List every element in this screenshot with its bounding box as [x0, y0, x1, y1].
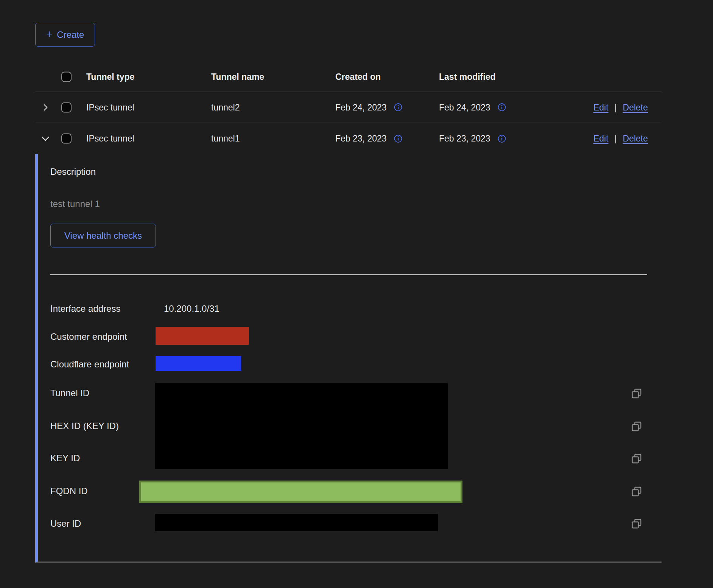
actions-separator: | — [615, 134, 617, 144]
tunnels-table: Tunnel type Tunnel name Created on Last … — [35, 62, 662, 154]
created-on-cell: Feb 23, 2023 — [335, 134, 403, 144]
header-created-on: Created on — [335, 72, 381, 82]
info-icon[interactable] — [394, 134, 403, 143]
delete-link[interactable]: Delete — [623, 134, 648, 144]
edit-link[interactable]: Edit — [593, 102, 609, 112]
copy-hex-id-button[interactable] — [630, 420, 643, 433]
select-all-checkbox[interactable] — [61, 72, 72, 82]
copy-icon — [630, 420, 643, 432]
copy-icon — [630, 387, 643, 400]
created-on-value: Feb 23, 2023 — [335, 134, 387, 144]
created-on-value: Feb 24, 2023 — [335, 102, 387, 112]
last-modified-cell: Feb 24, 2023 — [439, 102, 506, 112]
info-icon[interactable] — [497, 134, 506, 143]
edit-link[interactable]: Edit — [593, 134, 609, 144]
copy-icon — [630, 485, 643, 498]
view-health-checks-button[interactable]: View health checks — [50, 224, 156, 247]
header-last-modified: Last modified — [439, 72, 496, 82]
interface-address-value: 10.200.1.0/31 — [164, 303, 220, 314]
panel-divider — [50, 274, 647, 275]
description-value: test tunnel 1 — [50, 199, 100, 209]
header-tunnel-name: Tunnel name — [211, 72, 264, 82]
customer-endpoint-label: Customer endpoint — [50, 331, 127, 342]
copy-user-id-button[interactable] — [630, 517, 643, 530]
key-id-label: KEY ID — [50, 453, 80, 464]
tunnel-id-label: Tunnel ID — [50, 388, 89, 398]
collapse-row-button[interactable] — [40, 133, 51, 144]
customer-endpoint-redaction — [156, 327, 249, 345]
expand-row-button[interactable] — [40, 102, 51, 113]
cloudflare-endpoint-redaction — [156, 356, 241, 371]
expanded-tunnel-panel: Description test tunnel 1 View health ch… — [35, 154, 662, 563]
cloudflare-endpoint-label: Cloudflare endpoint — [50, 359, 129, 370]
user-id-redaction — [155, 514, 438, 531]
last-modified-value: Feb 24, 2023 — [439, 102, 490, 112]
description-label: Description — [50, 166, 96, 177]
plus-icon: + — [46, 29, 52, 39]
last-modified-cell: Feb 23, 2023 — [439, 134, 506, 144]
header-tunnel-type: Tunnel type — [86, 72, 134, 82]
table-header-row: Tunnel type Tunnel name Created on Last … — [35, 62, 662, 92]
copy-fqdn-id-button[interactable] — [630, 485, 643, 498]
info-icon[interactable] — [394, 103, 403, 112]
row-checkbox[interactable] — [61, 134, 72, 144]
user-id-label: User ID — [50, 518, 81, 529]
interface-address-label: Interface address — [50, 303, 120, 314]
chevron-down-icon — [40, 133, 51, 144]
fqdn-id-label: FQDN ID — [50, 486, 88, 496]
row-checkbox[interactable] — [61, 102, 72, 112]
table-row: IPsec tunnel tunnel1 Feb 23, 2023 Feb 23… — [35, 123, 662, 154]
tunnels-page: + Create Tunnel type Tunnel name Created… — [0, 0, 713, 588]
chevron-right-icon — [40, 103, 50, 112]
row-actions: Edit | Delete — [593, 102, 648, 112]
copy-icon — [630, 518, 643, 530]
tunnel-type-value: IPsec tunnel — [86, 102, 134, 112]
row-actions: Edit | Delete — [593, 134, 648, 144]
delete-link[interactable]: Delete — [623, 102, 648, 112]
create-button-label: Create — [57, 30, 84, 40]
info-icon[interactable] — [497, 103, 506, 112]
ids-redaction-block — [155, 383, 448, 469]
create-button[interactable]: + Create — [35, 23, 95, 47]
copy-tunnel-id-button[interactable] — [630, 387, 643, 400]
tunnel-name-value: tunnel2 — [211, 102, 240, 112]
created-on-cell: Feb 24, 2023 — [335, 102, 403, 112]
last-modified-value: Feb 23, 2023 — [439, 134, 490, 144]
copy-icon — [630, 453, 643, 465]
tunnel-type-value: IPsec tunnel — [86, 134, 134, 144]
actions-separator: | — [615, 102, 617, 112]
hex-id-label: HEX ID (KEY ID) — [50, 421, 119, 431]
tunnel-name-value: tunnel1 — [211, 134, 240, 144]
copy-key-id-button[interactable] — [630, 452, 643, 465]
fqdn-id-redaction — [139, 481, 462, 503]
table-row: IPsec tunnel tunnel2 Feb 24, 2023 Feb 24… — [35, 92, 662, 123]
view-health-checks-label: View health checks — [64, 230, 142, 241]
